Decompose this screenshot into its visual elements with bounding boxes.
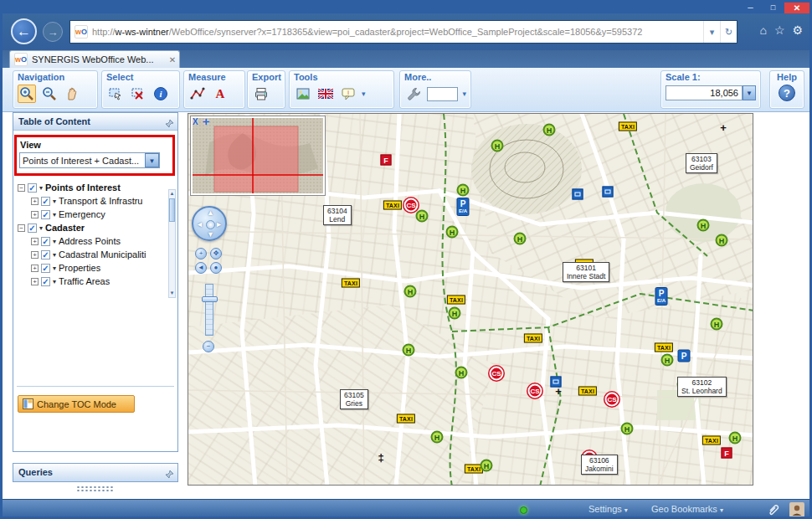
pan-down-icon[interactable]: ▼ — [207, 230, 214, 239]
overview-close-icon[interactable]: X — [193, 117, 198, 126]
toc-tree-item[interactable]: +✓▾Cadastral Municipaliti — [13, 248, 166, 261]
pan-center-icon[interactable] — [206, 220, 215, 229]
tree-scrollbar[interactable]: ▲ ▼ — [168, 189, 176, 298]
layer-checkbox[interactable]: ✓ — [41, 210, 50, 219]
poi-marker-p[interactable]: PE/A — [655, 287, 668, 306]
poi-marker-taxi[interactable]: TAXI — [619, 122, 637, 131]
poi-marker-h[interactable]: H — [446, 226, 459, 239]
zoom-slider-handle[interactable] — [202, 296, 218, 302]
pan-right-icon[interactable]: ► — [215, 220, 223, 229]
back-button[interactable]: ← — [11, 18, 37, 44]
tree-expand-icon[interactable]: + — [31, 211, 39, 218]
poi-marker-taxi[interactable]: TAXI — [383, 201, 402, 210]
layer-checkbox[interactable]: ✓ — [28, 183, 37, 193]
layer-checkbox[interactable]: ✓ — [41, 277, 50, 286]
zoom-out-tool[interactable] — [40, 85, 59, 103]
tree-expand-icon[interactable]: + — [31, 251, 39, 259]
home-icon[interactable]: ⌂ — [759, 23, 766, 37]
tree-expand-icon[interactable]: + — [31, 238, 39, 245]
overview-pan-icon[interactable]: ✛ — [203, 117, 209, 126]
tree-expand-icon[interactable]: + — [31, 265, 39, 272]
pan-up-icon[interactable]: ▲ — [207, 208, 214, 217]
poi-marker-h[interactable]: H — [543, 124, 556, 136]
view-dropdown[interactable]: Points of Interest + Cadast... ▼ — [19, 152, 160, 168]
scrollbar-thumb[interactable] — [169, 198, 175, 222]
toc-tree-item[interactable]: +✓▾Traffic Areas — [13, 275, 166, 288]
layer-caret-icon[interactable]: ▾ — [53, 211, 56, 218]
poi-marker-sq[interactable] — [603, 187, 614, 198]
poi-marker-h[interactable]: H — [457, 184, 470, 197]
poi-marker-plus[interactable]: + — [555, 385, 562, 398]
poi-marker-h[interactable]: H — [404, 285, 417, 298]
poi-marker-h[interactable]: H — [455, 367, 468, 379]
tab-close-icon[interactable]: ✕ — [166, 55, 179, 64]
refresh-icon[interactable]: ↻ — [720, 21, 737, 43]
select-tool[interactable] — [106, 85, 125, 103]
queries-panel[interactable]: Queries — [13, 463, 178, 482]
pan-dpad[interactable]: ▲ ▼ ◄ ► — [192, 206, 227, 241]
poi-marker-h[interactable]: H — [661, 354, 674, 367]
scroll-up-icon[interactable]: ▲ — [169, 190, 175, 198]
layer-checkbox[interactable]: ✓ — [28, 224, 37, 233]
pan-left-icon[interactable]: ◄ — [196, 220, 203, 229]
next-extent-button[interactable]: ● — [210, 262, 222, 274]
poi-marker-h[interactable]: H — [481, 460, 493, 472]
layer-caret-icon[interactable]: ▾ — [53, 198, 56, 205]
poi-marker-f[interactable]: F — [381, 155, 392, 166]
map-viewport[interactable]: HTAXI+HFHTAXICSPE/AHHHHHTAXITAXIHPE/ATAX… — [188, 113, 753, 486]
layer-checkbox[interactable]: ✓ — [41, 237, 50, 246]
address-bar[interactable]: wO http://w-ws-wintner/WebOffice/synserv… — [69, 20, 737, 44]
poi-marker-h[interactable]: H — [416, 210, 429, 223]
poi-marker-taxi[interactable]: TAXI — [397, 414, 415, 424]
poi-marker-cs[interactable]: CS — [528, 384, 542, 398]
more-dropdown-icon[interactable]: ▾ — [462, 90, 466, 98]
pan-hand-tool[interactable] — [63, 85, 81, 103]
poi-marker-h[interactable]: H — [491, 140, 504, 152]
layer-checkbox[interactable]: ✓ — [41, 264, 50, 273]
layer-caret-icon[interactable]: ▾ — [39, 224, 43, 232]
poi-marker-h[interactable]: H — [697, 219, 710, 232]
poi-marker-h[interactable]: H — [514, 233, 527, 245]
toc-tree-item[interactable]: +✓▾Emergency — [13, 208, 166, 221]
url-dropdown-icon[interactable]: ▾ — [703, 21, 720, 43]
layer-caret-icon[interactable]: ▾ — [53, 278, 56, 285]
layer-checkbox[interactable]: ✓ — [41, 197, 50, 206]
forward-button[interactable]: → — [43, 22, 63, 42]
poi-marker-h[interactable]: H — [621, 423, 634, 435]
measure-line-tool[interactable] — [188, 85, 207, 103]
zoom-in-button[interactable]: + — [195, 248, 207, 260]
text-annotation-tool[interactable]: A — [211, 85, 229, 103]
toc-tree-item[interactable]: +✓▾Address Points — [13, 234, 166, 248]
change-toc-mode-button[interactable]: Change TOC Mode — [18, 395, 135, 413]
layer-checkbox[interactable]: ✓ — [41, 250, 50, 260]
poi-marker-h[interactable]: H — [729, 432, 742, 444]
toc-tree-item[interactable]: +✓▾Transport & Infrastru — [13, 194, 166, 208]
maximize-button[interactable]: □ — [762, 3, 784, 14]
zoom-in-tool[interactable] — [18, 85, 36, 103]
poi-marker-taxi[interactable]: TAXI — [447, 295, 465, 305]
user-avatar[interactable] — [789, 502, 804, 519]
toc-tree-item[interactable]: −✓▾Points of Interest — [13, 181, 166, 194]
wrench-tool[interactable] — [404, 85, 423, 103]
poi-marker-f[interactable]: F — [722, 448, 732, 459]
identify-tool[interactable]: i — [152, 85, 170, 103]
image-export-tool[interactable] — [294, 85, 312, 103]
layer-caret-icon[interactable]: ▾ — [53, 251, 56, 259]
scale-input[interactable] — [666, 85, 743, 100]
panel-resize-handle[interactable] — [76, 486, 115, 493]
poi-marker-h[interactable]: H — [431, 431, 444, 444]
poi-marker-p[interactable]: P — [678, 350, 691, 362]
poi-marker-h[interactable]: H — [716, 234, 728, 247]
clear-selection-tool[interactable] — [129, 85, 147, 103]
geo-bookmarks-menu[interactable]: Geo Bookmarks▾ — [651, 504, 723, 514]
favorites-star-icon[interactable]: ☆ — [774, 23, 785, 37]
overview-map[interactable] — [190, 116, 326, 196]
tree-expand-icon[interactable]: − — [18, 184, 25, 192]
poi-marker-p[interactable]: PE/A — [457, 198, 470, 216]
layer-caret-icon[interactable]: ▾ — [53, 265, 56, 272]
minimize-button[interactable]: ─ — [739, 3, 762, 14]
layer-caret-icon[interactable]: ▾ — [39, 184, 43, 192]
full-extent-button[interactable]: ✥ — [210, 248, 222, 260]
poi-marker-sq[interactable] — [573, 189, 583, 200]
zoom-out-button[interactable]: − — [203, 341, 214, 352]
